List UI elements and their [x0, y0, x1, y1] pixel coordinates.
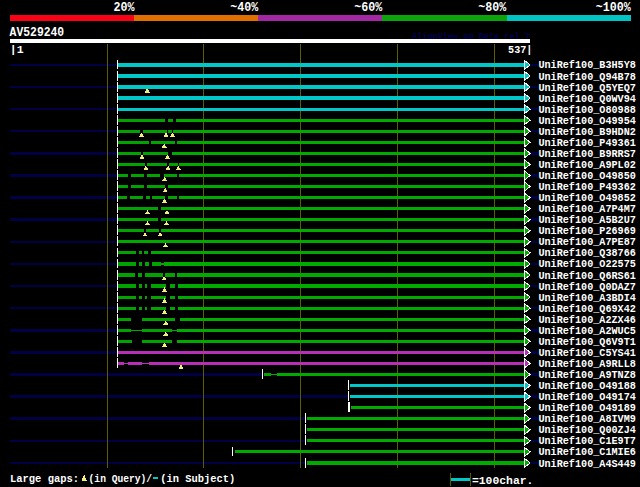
svg-text:537|: 537|: [508, 43, 532, 56]
svg-text:|1: |1: [10, 43, 24, 56]
svg-text:~40%: ~40%: [230, 0, 259, 15]
svg-text:(in Subject): (in Subject): [160, 473, 235, 485]
svg-text:(in Query)/: (in Query)/: [89, 473, 153, 485]
svg-text:~100%: ~100%: [596, 0, 632, 15]
svg-text:=100char.: =100char.: [472, 475, 534, 487]
svg-text:~60%: ~60%: [354, 0, 383, 15]
svg-text:AV529240: AV529240: [10, 26, 65, 40]
svg-text:~80%: ~80%: [478, 0, 507, 15]
svg-text:Large gaps:: Large gaps:: [10, 473, 79, 485]
svg-text:UniRef100_A4S449: UniRef100_A4S449: [538, 457, 636, 471]
svg-text:20%: 20%: [114, 0, 136, 15]
